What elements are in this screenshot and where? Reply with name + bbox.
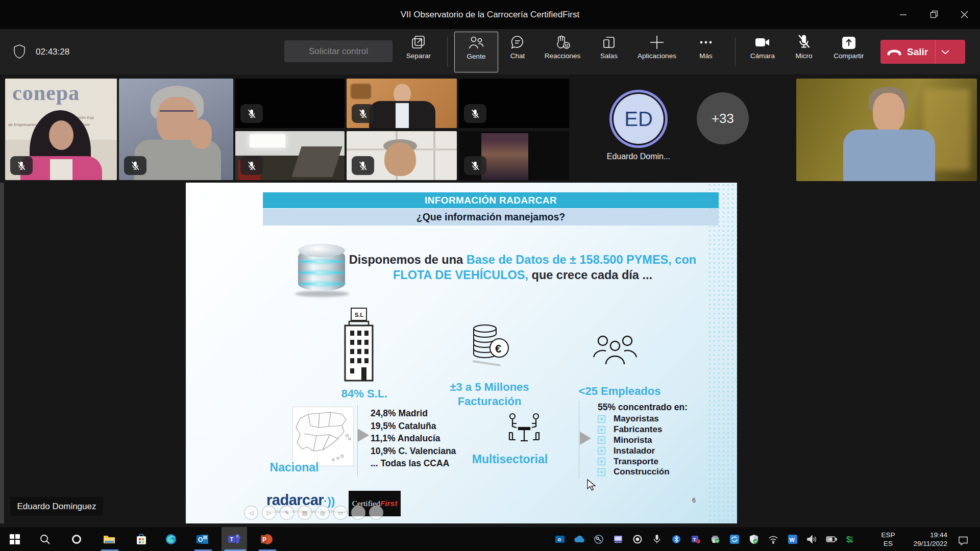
video-tile-participant-2[interactable]: [119, 79, 233, 180]
video-tile-workshop[interactable]: [235, 131, 345, 180]
separar-label: Separar: [406, 52, 431, 60]
tray-mic-icon[interactable]: [649, 532, 665, 547]
chat-label: Chat: [510, 52, 525, 60]
nav-subtitles-button[interactable]: ▭: [333, 506, 348, 520]
toolbar-mas-button[interactable]: Más: [684, 32, 727, 71]
nav-pen-button[interactable]: ✎: [280, 506, 294, 520]
tray-w-app-icon[interactable]: W: [785, 532, 800, 547]
svg-text:o: o: [558, 537, 561, 542]
svg-text:O: O: [198, 536, 203, 543]
search-icon[interactable]: [35, 530, 55, 548]
tray-currency-icon[interactable]: $: [842, 532, 857, 547]
stat-sl-label: 84% S.L.: [324, 387, 405, 401]
tray-zoom-icon[interactable]: [727, 532, 742, 547]
tray-printer-icon[interactable]: [707, 532, 723, 547]
tray-bluetooth-icon[interactable]: [669, 532, 684, 547]
minimize-button[interactable]: [891, 0, 916, 29]
toolbar-camara-button[interactable]: Cámara: [741, 32, 784, 71]
right-arrow: [580, 432, 591, 445]
tray-clock[interactable]: 19:4429/11/2022: [904, 531, 947, 548]
tray-remote-window-icon[interactable]: [610, 532, 626, 547]
tray-key-icon[interactable]: [591, 532, 606, 547]
sector-bullet-icon: »: [598, 415, 605, 423]
multisectorial-meeting-icon: [505, 412, 543, 451]
mas-label: Más: [699, 52, 713, 60]
compartir-label: Compartir: [834, 52, 864, 60]
tray-wifi-icon[interactable]: [766, 532, 781, 547]
tray-speaker-icon[interactable]: [804, 532, 820, 547]
request-control-button[interactable]: Solicitar control: [284, 40, 393, 62]
svg-text:S.L: S.L: [355, 312, 363, 318]
file-explorer-icon[interactable]: [99, 530, 119, 548]
nav-more-button[interactable]: ⋯: [369, 506, 383, 520]
background-blur: [351, 84, 371, 99]
conepa-logo-text: conepa: [12, 81, 80, 105]
restore-button[interactable]: [921, 0, 947, 29]
svg-text:$: $: [846, 535, 851, 544]
toolbar-salas-button[interactable]: Salas: [587, 32, 630, 71]
chat-icon: [510, 32, 525, 50]
tray-record-icon[interactable]: [630, 532, 645, 547]
chevron-down-icon[interactable]: [941, 49, 950, 55]
aplicaciones-label: Aplicaciones: [638, 52, 676, 60]
tray-defender-icon[interactable]: [746, 532, 762, 547]
tray-language-indicator[interactable]: ESPES: [879, 531, 897, 548]
toolbar-separar-button[interactable]: Separar: [397, 32, 440, 71]
tray-outlook-icon[interactable]: o: [552, 532, 568, 547]
window-title: VII Observatorio de la Carrocería Certif…: [0, 0, 980, 29]
outlook-icon[interactable]: O: [192, 530, 213, 548]
video-tile-participant-3[interactable]: [347, 79, 457, 128]
tray-teams-notification-icon[interactable]: T: [688, 532, 703, 547]
toolbar-compartir-button[interactable]: Compartir: [827, 32, 870, 71]
participant-face: [873, 93, 904, 133]
mic-muted-badge: [352, 104, 374, 123]
meeting-timer: 02:43:28: [36, 47, 69, 57]
toolbar-chat-button[interactable]: Chat: [496, 32, 539, 71]
video-tile-participant-4[interactable]: [347, 131, 457, 180]
slide-annotation-toolbar: ◁ ▷ ✎ ▤ ◎ ▭ ⊘ ⋯: [244, 506, 383, 520]
multisectorial-label: Multisectorial: [464, 452, 556, 466]
avatar-eduardo[interactable]: ED: [609, 90, 668, 148]
toolbar-reacciones-button[interactable]: Reacciones: [541, 32, 584, 71]
toolbar-micro-button[interactable]: Micro: [782, 32, 825, 71]
nav-next-button[interactable]: ▷: [262, 506, 276, 520]
video-tile-speaker[interactable]: [796, 79, 977, 181]
microsoft-store-icon[interactable]: [131, 530, 152, 548]
nav-previous-button[interactable]: ◁: [244, 506, 258, 520]
more-dots-icon: [698, 32, 714, 50]
close-icon: [961, 11, 968, 18]
nav-camera-off-button[interactable]: ⊘: [351, 506, 365, 520]
video-tile-conepa[interactable]: conepa de Empresarios Federación Esp s d…: [5, 79, 117, 180]
video-tile-camera-off-1[interactable]: [235, 79, 345, 128]
tray-onedrive-icon[interactable]: [572, 532, 587, 547]
edge-icon[interactable]: [161, 530, 181, 548]
sector-item: »Transporte: [598, 456, 688, 467]
video-tile-participant-5[interactable]: [459, 131, 569, 180]
stage-left-strip: [0, 183, 4, 523]
toolbar-aplicaciones-button[interactable]: Aplicaciones: [635, 32, 678, 71]
video-tile-camera-off-2[interactable]: [459, 79, 569, 128]
cortana-icon[interactable]: [66, 530, 87, 548]
toolbar-gente-button[interactable]: Gente: [454, 32, 498, 72]
shared-presentation-slide: INFORMACIÓN RADARCAR ¿Que información ma…: [186, 183, 737, 523]
start-button[interactable]: [5, 530, 25, 548]
close-button[interactable]: [952, 0, 977, 29]
minimize-icon: [900, 11, 907, 18]
window-title-bar: VII Observatorio de la Carrocería Certif…: [0, 0, 980, 29]
coins-icon: €: [468, 321, 513, 372]
leave-button[interactable]: Salir: [880, 40, 965, 64]
powerpoint-icon[interactable]: P: [257, 530, 277, 548]
concentrado-title: 55% concentrado en:: [598, 402, 688, 413]
teams-icon[interactable]: T: [224, 530, 244, 548]
notification-center-icon[interactable]: [955, 533, 971, 548]
nav-highlighter-button[interactable]: ▤: [298, 506, 312, 520]
region-stat: 10,9% C. Valenciana: [371, 445, 456, 458]
sector-list: 55% concentrado en: »Mayoristas »Fabrica…: [598, 402, 688, 478]
stat-empleados-label: <25 Empleados: [574, 384, 666, 398]
sector-item: »Mayoristas: [598, 414, 688, 424]
overflow-participants-badge[interactable]: +33: [697, 92, 749, 144]
tray-battery-icon[interactable]: [824, 532, 839, 547]
nav-magnifier-button[interactable]: ◎: [315, 506, 330, 520]
avatar-ring-gap: ED: [612, 92, 665, 145]
participant-glasses: [160, 110, 193, 120]
